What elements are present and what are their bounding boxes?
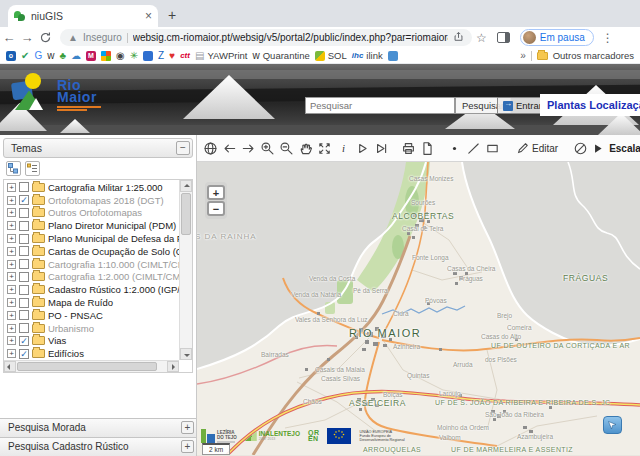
layer-checkbox[interactable] xyxy=(19,182,29,192)
bookmark-outlook[interactable]: o xyxy=(6,51,16,61)
bookmark-ctt[interactable]: ctt xyxy=(180,51,190,60)
pesquisa-cadastro-header[interactable]: Pesquisa Cadastro Rústico + xyxy=(0,437,196,456)
expand-icon[interactable]: + xyxy=(7,349,16,358)
scrollbar-thumb[interactable] xyxy=(181,193,191,235)
search-input[interactable] xyxy=(305,97,455,114)
layer-checkbox[interactable]: ✓ xyxy=(19,195,29,205)
arrow-right-button[interactable] xyxy=(239,138,258,158)
bookmark-blue-app[interactable] xyxy=(388,51,398,61)
scroll-right-icon[interactable] xyxy=(167,361,179,372)
browser-menu-icon[interactable]: ⋮ xyxy=(602,31,614,45)
tree-item[interactable]: +✓Vias xyxy=(4,335,179,348)
expand-icon[interactable]: + xyxy=(7,285,16,294)
tree-item[interactable]: +Plano Municipal de Defesa da Floresta C… xyxy=(4,232,179,245)
refresh-disabled-button[interactable] xyxy=(572,138,589,158)
bookmark-m-site[interactable]: M xyxy=(86,51,96,61)
tree-item[interactable]: +Cartografia Militar 1:25.000 xyxy=(4,181,179,194)
tree-item[interactable]: +Mapa de Ruído xyxy=(4,296,179,309)
tab-close-icon[interactable]: × xyxy=(145,9,152,23)
new-tab-button[interactable]: + xyxy=(168,7,176,23)
expand-icon[interactable]: + xyxy=(7,298,16,307)
zoom-out-button[interactable] xyxy=(277,138,296,158)
tree-list-button[interactable] xyxy=(25,161,40,176)
layer-checkbox[interactable]: ✓ xyxy=(19,349,29,359)
map-canvas[interactable]: S DA RAINHACasas MonizesSourõesALCOBERTA… xyxy=(197,162,640,456)
bookmark-cloud-site[interactable]: ☁ xyxy=(71,51,81,61)
bookmark-heart-site[interactable]: ♥ xyxy=(169,51,175,61)
bookmark-ilink[interactable]: ihcilink xyxy=(352,50,383,61)
page-button[interactable] xyxy=(418,138,437,158)
zoom-out-button[interactable]: − xyxy=(207,201,225,216)
layer-checkbox[interactable] xyxy=(19,272,29,282)
share-icon[interactable] xyxy=(453,31,464,44)
expand-button[interactable]: + xyxy=(181,421,194,434)
expand-icon[interactable]: + xyxy=(7,311,16,320)
expand-icon[interactable]: + xyxy=(7,183,16,192)
bookmark-sol[interactable]: SOL xyxy=(315,50,347,61)
bookmark-yawprint[interactable]: ▤YAWPrint xyxy=(195,50,248,61)
overview-map-button[interactable] xyxy=(603,416,622,434)
tree-item[interactable]: +Cartografia 1:10.000 (CIMLT/CMRM - 2006… xyxy=(4,258,179,271)
tree-vertical-scrollbar[interactable] xyxy=(179,180,192,360)
collapse-button[interactable]: − xyxy=(176,141,190,155)
pesquisa-morada-header[interactable]: Pesquisa Morada + xyxy=(0,418,196,437)
layer-checkbox[interactable] xyxy=(19,259,29,269)
print-button[interactable] xyxy=(399,138,418,158)
bookmark-clover-site[interactable]: ♣ xyxy=(59,51,66,61)
profile-chip[interactable]: Em pausa xyxy=(520,29,594,46)
side-panel-icon[interactable] xyxy=(497,32,510,43)
expand-button[interactable]: + xyxy=(181,440,194,453)
layer-checkbox[interactable] xyxy=(19,310,29,320)
bookmark-microsoft[interactable] xyxy=(101,51,111,61)
bookmarks-overflow-icon[interactable]: » xyxy=(520,50,526,61)
tab-niugis[interactable]: niuGIS × xyxy=(8,5,158,27)
layer-checkbox[interactable] xyxy=(19,246,29,256)
tree-item[interactable]: +Cartografia 1:2.000 (CIMLT/CMRM/PT - 20… xyxy=(4,271,179,284)
tree-horizontal-scrollbar[interactable] xyxy=(4,360,179,372)
tree-item[interactable]: +Outros Ortofotomapas xyxy=(4,207,179,220)
bookmark-z-site[interactable]: Z xyxy=(158,51,164,61)
layer-checkbox[interactable] xyxy=(19,208,29,218)
edit-button[interactable]: Editar xyxy=(510,140,564,156)
riomaior-logo[interactable]: Rio Maior xyxy=(12,73,101,117)
apply-scale-button[interactable] xyxy=(589,138,606,158)
zoom-in-button[interactable] xyxy=(258,138,277,158)
zoom-in-button[interactable]: + xyxy=(207,185,225,200)
next-button[interactable] xyxy=(372,138,391,158)
expand-icon[interactable]: + xyxy=(7,260,16,269)
tree-item[interactable]: +Cartas de Ocupação de Solo (COS) xyxy=(4,245,179,258)
expand-icon[interactable]: + xyxy=(7,234,16,243)
line-button[interactable] xyxy=(464,138,483,158)
scroll-up-icon[interactable] xyxy=(180,180,192,192)
scrollbar-thumb[interactable] xyxy=(17,362,157,371)
bookmark-star-icon[interactable]: ☆ xyxy=(476,31,487,45)
bookmark-quarantine[interactable]: wQuarantine xyxy=(253,50,310,61)
expand-icon[interactable]: + xyxy=(7,272,16,281)
layer-checkbox[interactable]: ✓ xyxy=(19,336,29,346)
bookmark-globe-site[interactable]: ◉ xyxy=(116,51,125,61)
bookmark-green-site[interactable]: ✳ xyxy=(130,51,138,61)
info-button[interactable]: i xyxy=(334,138,353,158)
expand-icon[interactable]: + xyxy=(7,247,16,256)
layer-checkbox[interactable] xyxy=(19,323,29,333)
layer-checkbox[interactable] xyxy=(19,221,29,231)
prev-button[interactable] xyxy=(353,138,372,158)
forward-icon[interactable]: → xyxy=(18,30,36,45)
reload-icon[interactable] xyxy=(36,30,54,45)
point-button[interactable] xyxy=(445,138,464,158)
scroll-left-icon[interactable] xyxy=(4,361,16,372)
rect-button[interactable] xyxy=(483,138,502,158)
tree-item[interactable]: +Plano Diretor Municipal (PDM) xyxy=(4,219,179,232)
expand-icon[interactable]: + xyxy=(7,208,16,217)
tree-expand-all-button[interactable] xyxy=(6,161,21,176)
back-icon[interactable]: ← xyxy=(0,30,18,45)
tree-item[interactable]: +✓Ortofotomapas 2018 (DGT) xyxy=(4,194,179,207)
arrow-left-button[interactable] xyxy=(220,138,239,158)
extent-button[interactable] xyxy=(315,138,334,158)
layer-checkbox[interactable] xyxy=(19,285,29,295)
bookmark-google[interactable]: G xyxy=(34,51,42,61)
scroll-down-icon[interactable] xyxy=(180,348,192,360)
temas-panel-header[interactable]: Temas − xyxy=(3,138,193,158)
plantas-localizacao-button[interactable]: Plantas Localização ▾ xyxy=(540,94,640,116)
tree-item[interactable]: +Cadastro Rústico 1:2.000 (IGP/CIMLT/CMR… xyxy=(4,283,179,296)
